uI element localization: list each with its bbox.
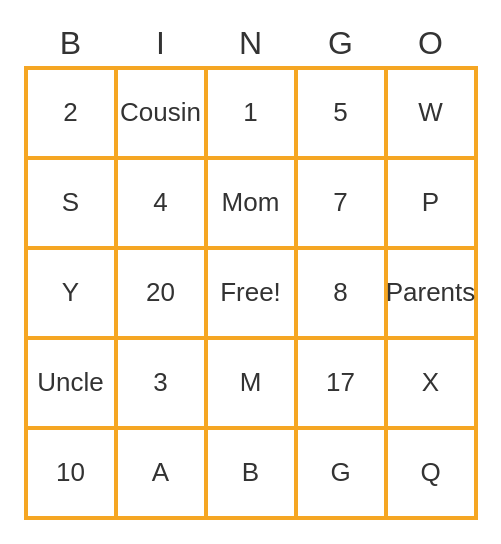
cell-0-3: 5 [296, 68, 386, 158]
cell-2-2: Free! [206, 248, 296, 338]
cell-2-1: 20 [116, 248, 206, 338]
header-letter-B: B [26, 25, 116, 62]
cell-3-2: M [206, 338, 296, 428]
cell-4-4: Q [386, 428, 476, 518]
cell-2-3: 8 [296, 248, 386, 338]
bingo-grid: 2Cousin15WS4Mom7PY20Free!8ParentsUncle3M… [24, 66, 478, 520]
cell-1-1: 4 [116, 158, 206, 248]
cell-1-2: Mom [206, 158, 296, 248]
cell-0-4: W [386, 68, 476, 158]
cell-2-4: Parents [386, 248, 476, 338]
cell-3-3: 17 [296, 338, 386, 428]
cell-4-0: 10 [26, 428, 116, 518]
header-letter-N: N [206, 25, 296, 62]
cell-4-1: A [116, 428, 206, 518]
header-letter-O: O [386, 25, 476, 62]
header-letter-G: G [296, 25, 386, 62]
cell-3-0: Uncle [26, 338, 116, 428]
cell-1-3: 7 [296, 158, 386, 248]
bingo-card: BINGO 2Cousin15WS4Mom7PY20Free!8ParentsU… [24, 25, 478, 520]
cell-3-1: 3 [116, 338, 206, 428]
cell-4-3: G [296, 428, 386, 518]
cell-3-4: X [386, 338, 476, 428]
bingo-header: BINGO [26, 25, 476, 62]
cell-2-0: Y [26, 248, 116, 338]
cell-1-0: S [26, 158, 116, 248]
cell-0-2: 1 [206, 68, 296, 158]
header-letter-I: I [116, 25, 206, 62]
cell-0-1: Cousin [116, 68, 206, 158]
cell-4-2: B [206, 428, 296, 518]
cell-1-4: P [386, 158, 476, 248]
cell-0-0: 2 [26, 68, 116, 158]
